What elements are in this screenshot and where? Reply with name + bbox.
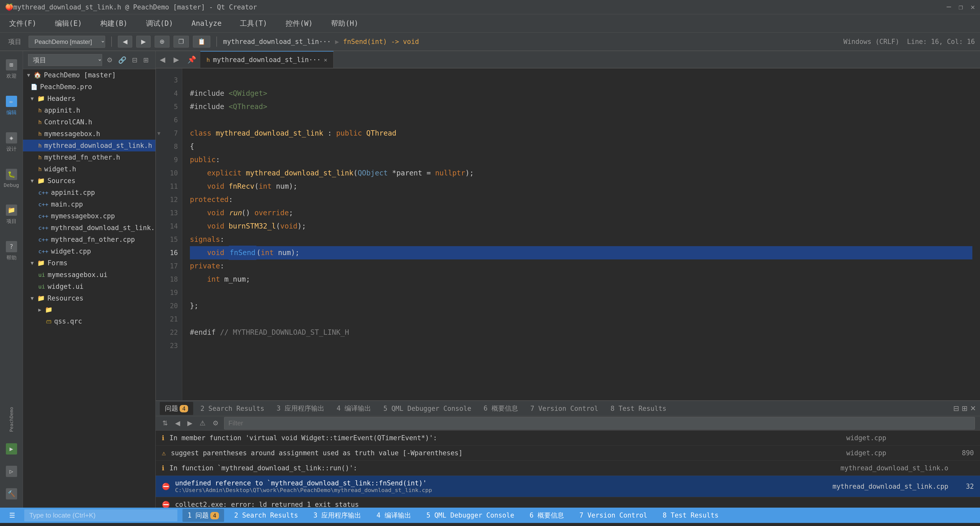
menu-tools[interactable]: 工具(T) <box>236 17 271 30</box>
tree-item-mythread-fn-h[interactable]: h mythread_fn_other.h <box>23 151 156 163</box>
statusbar-tab-test[interactable]: 8 Test Results <box>657 509 724 521</box>
sidebar-item-debug[interactable]: 🐛 Debug <box>0 166 22 191</box>
issues-prev-btn[interactable]: ◀ <box>173 418 182 429</box>
bottom-collapse-btn[interactable]: ⊟ <box>953 404 959 413</box>
tree-item-mythread-cpp[interactable]: c++ mythread_download_st_link.cpp <box>23 222 156 234</box>
issue-row-3[interactable]: ℹ In function `mythread_download_st_link… <box>156 461 980 476</box>
sidebar-run-btn[interactable]: ▶ <box>3 440 20 457</box>
tree-item-mymessagebox-h[interactable]: h mymessagebox.h <box>23 128 156 140</box>
code-editor[interactable]: ▼ 3 4 5 6 7 8 9 <box>156 69 980 400</box>
maximize-btn[interactable]: ❐ <box>959 3 963 11</box>
tree-item-widget-h[interactable]: h widget.h <box>23 163 156 175</box>
filetree-selector[interactable]: 项目 <box>28 54 102 66</box>
bottom-tab-output[interactable]: 3 应用程序输出 <box>272 402 329 415</box>
bottom-close-btn[interactable]: ✕ <box>970 404 976 413</box>
statusbar-tab-overview[interactable]: 6 概要信息 <box>525 509 569 522</box>
sidebar-item-welcome[interactable]: ⊞ 欢迎 <box>3 56 20 83</box>
filetree-filter-btn[interactable]: ⚙ <box>105 55 114 65</box>
code-line-5: #include <QThread> <box>190 100 972 113</box>
minimize-btn[interactable]: ─ <box>947 3 951 11</box>
issues-warn-toggle[interactable]: ⚠ <box>198 418 207 429</box>
tree-forms-folder[interactable]: ▼ 📁 Forms <box>23 257 156 269</box>
menu-controls[interactable]: 控件(W) <box>282 17 317 30</box>
menu-help[interactable]: 帮助(H) <box>327 17 363 30</box>
bottom-tab-overview[interactable]: 6 概要信息 <box>479 402 523 415</box>
menu-edit[interactable]: 编辑(E) <box>51 17 86 30</box>
statusbar-tab-qml[interactable]: 5 QML Debugger Console <box>422 509 519 521</box>
copy-btn[interactable]: 📋 <box>193 36 210 48</box>
statusbar-tab-output[interactable]: 3 应用程序输出 <box>308 509 366 522</box>
tree-item-mythread-fn-cpp[interactable]: c++ mythread_fn_other.cpp <box>23 234 156 245</box>
follow-symbol-btn[interactable]: ⊕ <box>155 36 169 48</box>
statusbar-tab-issues[interactable]: 1 问题4 <box>183 509 224 522</box>
tree-item-appinit-h[interactable]: h appinit.h <box>23 104 156 116</box>
filetree-expand-btn[interactable]: ⊞ <box>142 55 150 65</box>
tree-item-pro[interactable]: 📄 PeachDemo.pro <box>23 81 156 93</box>
sidebar-item-design[interactable]: ◈ 设计 <box>3 129 20 156</box>
sidebar-item-project[interactable]: 📁 项目 <box>3 201 20 228</box>
issue-icon-3: ℹ <box>162 464 164 472</box>
filetree-link-btn[interactable]: 🔗 <box>117 55 128 65</box>
tree-sources-folder[interactable]: ▼ 📁 Sources <box>23 175 156 186</box>
tab-nav-left[interactable]: ◀ <box>156 51 169 68</box>
tree-item-main-cpp[interactable]: c++ main.cpp <box>23 198 156 210</box>
menu-build[interactable]: 构建(B) <box>96 17 132 30</box>
tree-item-controlcan-h[interactable]: h ControlCAN.h <box>23 116 156 128</box>
issues-filter-input[interactable] <box>224 417 975 429</box>
menu-debug[interactable]: 调试(D) <box>142 17 177 30</box>
bottom-expand-btn[interactable]: ⊞ <box>962 404 967 413</box>
tab-main-file[interactable]: h mythread_download_st_lin··· ✕ <box>200 51 334 68</box>
issue-row-4[interactable]: ⛔ undefined reference to `mythread_downl… <box>156 476 980 497</box>
tree-item-widget-ui[interactable]: ui widget.ui <box>23 281 156 292</box>
pro-icon: 📄 <box>30 84 38 90</box>
statusbar-tab-compile[interactable]: 4 编译输出 <box>371 509 416 522</box>
bottom-tab-vcs[interactable]: 7 Version Control <box>525 403 603 414</box>
punct-run2: ; <box>289 206 293 220</box>
issue-row-1[interactable]: ℹ In member function 'virtual void Widge… <box>156 430 980 446</box>
bottom-tab-issues[interactable]: 问题4 <box>160 402 193 415</box>
filetree-collapse-btn[interactable]: ⊟ <box>130 55 139 65</box>
sidebar-item-edit[interactable]: ✏ 编辑 <box>3 93 20 119</box>
punct-run1: () <box>242 206 255 220</box>
statusbar-tab-search[interactable]: 2 Search Results <box>229 509 303 521</box>
issues-next-btn[interactable]: ▶ <box>186 418 194 429</box>
bottom-tab-search[interactable]: 2 Search Results <box>195 403 269 414</box>
split-btn[interactable]: ❐ <box>173 36 189 48</box>
tree-item-mymessagebox-cpp[interactable]: c++ mymessagebox.cpp <box>23 210 156 222</box>
sidebar-debug-btn[interactable]: ▷ <box>3 463 20 480</box>
statusbar-search[interactable] <box>24 509 177 521</box>
issue-row-5[interactable]: ⛔ collect2.exe: error: ld returned 1 exi… <box>156 497 980 508</box>
nav-back-btn[interactable]: ◀ <box>118 36 132 48</box>
bottom-tab-test[interactable]: 8 Test Results <box>605 403 671 414</box>
issues-filter-toggle[interactable]: ⚙ <box>211 418 220 429</box>
tab-nav-lock[interactable]: 📌 <box>183 51 200 68</box>
code-line-13: void run() override; <box>190 206 972 220</box>
bottom-tab-qml[interactable]: 5 QML Debugger Console <box>378 403 476 414</box>
sidebar-build-btn[interactable]: 🔨 <box>3 485 20 502</box>
tree-root[interactable]: ▼ 🏠 PeachDemo [master] <box>23 69 156 81</box>
statusbar-sidebar-toggle[interactable]: ☰ <box>5 509 19 521</box>
tab-nav-right[interactable]: ▶ <box>169 51 183 68</box>
tab-close-btn[interactable]: ✕ <box>324 57 327 63</box>
menu-file[interactable]: 文件(F) <box>5 17 41 30</box>
bottom-tab-compile[interactable]: 4 编译输出 <box>331 402 376 415</box>
project-selector[interactable]: PeachDemo [master] <box>29 36 105 48</box>
sidebar-item-help[interactable]: ? 帮助 <box>3 238 20 264</box>
tree-item-widget-cpp[interactable]: c++ widget.cpp <box>23 245 156 257</box>
tree-item-appinit-cpp[interactable]: c++ appinit.cpp <box>23 186 156 198</box>
menu-analyze[interactable]: Analyze <box>187 17 226 30</box>
nav-fwd-btn[interactable]: ▶ <box>136 36 151 48</box>
tree-item-mythread-h[interactable]: h mythread_download_st_link.h <box>23 140 156 151</box>
issue-msg-1: In member function 'virtual void Widget:… <box>169 434 841 442</box>
issue-row-2[interactable]: ⚠ suggest parentheses around assignment … <box>156 446 980 461</box>
tree-headers-folder[interactable]: ▼ 📁 Headers <box>23 93 156 104</box>
statusbar-tab-vcs[interactable]: 7 Version Control <box>574 509 652 521</box>
tree-resources-sub[interactable]: ▶ 📁 <box>23 304 156 316</box>
close-btn[interactable]: ✕ <box>970 3 975 11</box>
code-content[interactable]: #include <QWidget> #include <QThread> cl… <box>182 69 980 400</box>
tree-item-qss-qrc[interactable]: 🗃 qss.qrc <box>23 316 156 327</box>
linenum-9: 9 <box>162 153 178 166</box>
tree-item-mymessagebox-ui[interactable]: ui mymessagebox.ui <box>23 269 156 281</box>
tree-resources-folder[interactable]: ▼ 📁 Resources <box>23 292 156 304</box>
issues-sort-btn[interactable]: ⇅ <box>161 418 169 429</box>
